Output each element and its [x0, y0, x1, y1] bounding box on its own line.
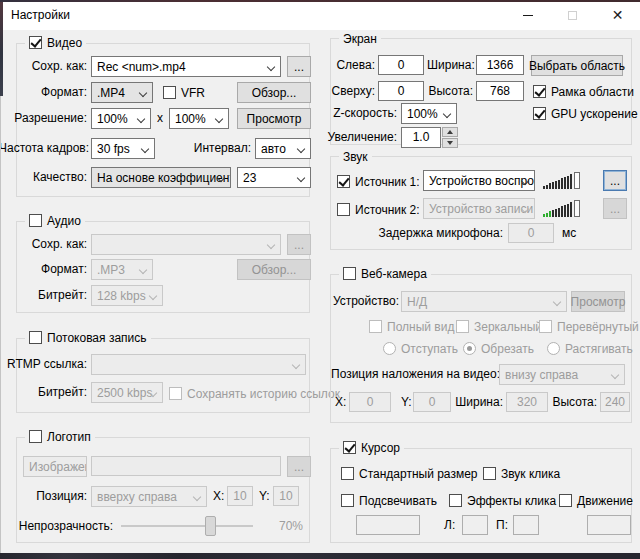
- video-group: Видео Сохр. как: Rec <num>.mp4 ... Форма…: [16, 43, 310, 197]
- gpu-checkbox[interactable]: GPU ускорение: [533, 106, 638, 121]
- save-as-combo[interactable]: Rec <num>.mp4: [91, 56, 281, 77]
- checkbox-checked-icon: [337, 175, 350, 188]
- window-controls: ✕: [505, 0, 640, 30]
- source1-settings-button[interactable]: ...: [603, 170, 627, 191]
- std-size-checkbox[interactable]: Стандартный размер: [341, 466, 478, 481]
- click-sound-checkbox[interactable]: Звук клика: [483, 466, 560, 481]
- source2-checkbox[interactable]: Источник 2:: [337, 202, 420, 217]
- screen-top-input[interactable]: 0: [378, 81, 424, 101]
- overlay-position-label: Позиция наложения на видео:: [331, 364, 493, 385]
- checkbox-icon: [341, 494, 354, 507]
- checkbox-icon: [456, 320, 469, 333]
- audio-save-as-combo: [91, 234, 281, 255]
- zoom-input[interactable]: 1.0: [401, 127, 441, 148]
- audio-bitrate-combo: 128 kbps: [91, 285, 163, 306]
- audio-group: Аудио Сохр. как: ... Формат: .MP3 Обзор.…: [16, 221, 310, 313]
- cursor-enable-checkbox[interactable]: Курсор: [339, 440, 404, 455]
- checkbox-icon: [337, 203, 350, 216]
- mic-delay-unit: мс: [562, 223, 584, 244]
- video-browse-button[interactable]: Обзор...: [237, 82, 311, 103]
- resolution-height-combo[interactable]: 100%: [169, 108, 229, 129]
- webcam-height-input: 240: [600, 392, 630, 412]
- sound-group: Звук Источник 1: Устройство воспроизве .…: [330, 156, 632, 250]
- logo-enable-checkbox[interactable]: Логотип: [25, 429, 95, 444]
- source1-checkbox[interactable]: Источник 1:: [337, 174, 420, 189]
- stream-group-title: Потоковая запись: [47, 331, 147, 345]
- select-area-button[interactable]: Выбрать область: [531, 55, 623, 76]
- interval-combo[interactable]: авто: [255, 138, 311, 159]
- stream-bitrate-label: Битрейт:: [17, 382, 87, 403]
- motion-color-button: [587, 515, 631, 535]
- checkbox-icon: [483, 467, 496, 480]
- checkbox-icon: [29, 430, 42, 443]
- spinner-down-button[interactable]: [442, 138, 458, 148]
- quality-mode-combo[interactable]: На основе коэффициента (: [91, 167, 231, 188]
- screen-height-input[interactable]: 768: [476, 81, 524, 101]
- audio-save-as-label: Сохр. как:: [17, 234, 87, 255]
- logo-y-label: Y:: [259, 486, 273, 507]
- spinner-up-button[interactable]: [442, 127, 458, 137]
- motion-label: Движение: [577, 494, 633, 508]
- logo-y-input: 10: [273, 486, 299, 506]
- close-icon: ✕: [612, 8, 624, 22]
- audio-bitrate-label: Битрейт:: [17, 285, 87, 306]
- maximize-icon: [568, 11, 577, 20]
- video-enable-checkbox[interactable]: Видео: [25, 35, 86, 50]
- mirror-checkbox: Зеркальный: [456, 319, 542, 334]
- resolution-label: Разрешение:: [13, 108, 87, 129]
- window-border-left: [0, 96, 1, 553]
- resolution-width-combo[interactable]: 100%: [91, 108, 151, 129]
- click-fx-checkbox[interactable]: Эффекты клика: [449, 493, 556, 508]
- left-click-color-button: [462, 515, 488, 535]
- checkbox-icon: [369, 320, 382, 333]
- checkbox-icon: [29, 331, 42, 344]
- logo-group-title: Логотип: [47, 430, 91, 444]
- radio-icon: [547, 342, 560, 355]
- motion-checkbox[interactable]: Движение: [559, 493, 633, 508]
- area-frame-checkbox[interactable]: Рамка области: [533, 84, 634, 99]
- save-as-browse-button[interactable]: ...: [287, 56, 311, 77]
- source1-combo[interactable]: Устройство воспроизве: [423, 170, 535, 191]
- checkbox-icon: [169, 387, 182, 400]
- stream-group: Потоковая запись RTMP ссылка: Битрейт: 2…: [16, 338, 310, 413]
- preview-button[interactable]: Просмотр: [237, 108, 311, 129]
- stream-enable-checkbox[interactable]: Потоковая запись: [25, 330, 151, 345]
- crop-radio: Обрезать: [463, 341, 534, 356]
- device-combo: Н/Д: [401, 291, 567, 312]
- minimize-button[interactable]: [505, 0, 550, 30]
- screen-left-input[interactable]: 0: [378, 55, 424, 75]
- quality-value-combo[interactable]: 23: [237, 167, 311, 188]
- left-click-label: Л:: [444, 515, 460, 536]
- source1-label: Источник 1:: [355, 175, 420, 189]
- full-view-checkbox: Полный вид: [369, 319, 454, 334]
- logo-position-combo: вверху справа: [91, 486, 207, 507]
- checkbox-checked-icon: [533, 107, 546, 120]
- webcam-group-title: Веб-камера: [361, 267, 427, 281]
- audio-format-combo: .MP3: [91, 259, 153, 280]
- stream-bitrate-combo: 2500 kbps: [91, 382, 163, 403]
- webcam-enable-checkbox[interactable]: Веб-камера: [339, 266, 431, 281]
- source1-volume-meter-icon: [543, 171, 580, 189]
- history-checkbox: Сохранять историю ссылок: [169, 386, 340, 401]
- zoom-spinner[interactable]: 1.0: [401, 127, 458, 148]
- zspeed-combo[interactable]: 100%: [401, 103, 457, 124]
- video-group-title: Видео: [47, 36, 82, 50]
- logo-type-combo: Изображен: [23, 456, 87, 477]
- webcam-x-label: X:: [335, 392, 349, 413]
- opacity-slider: [121, 516, 253, 536]
- format-combo[interactable]: .MP4: [91, 82, 153, 103]
- audio-enable-checkbox[interactable]: Аудио: [25, 213, 85, 228]
- source2-label: Источник 2:: [355, 203, 420, 217]
- opacity-label: Непрозрачность:: [17, 516, 113, 537]
- rtmp-label: RTMP ссылка:: [3, 354, 87, 375]
- checkbox-icon: [341, 467, 354, 480]
- crop-label: Обрезать: [481, 342, 534, 356]
- highlight-checkbox[interactable]: Подсвечивать: [341, 493, 437, 508]
- screen-group-title: Экран: [339, 30, 381, 47]
- screen-width-input[interactable]: 1366: [476, 55, 524, 75]
- framerate-combo[interactable]: 30 fps: [91, 138, 155, 159]
- vfr-checkbox[interactable]: VFR: [163, 85, 205, 100]
- interval-label: Интервал:: [167, 138, 251, 159]
- cursor-group: Курсор Стандартный размер Звук клика Под…: [330, 448, 632, 543]
- close-button[interactable]: ✕: [595, 0, 640, 30]
